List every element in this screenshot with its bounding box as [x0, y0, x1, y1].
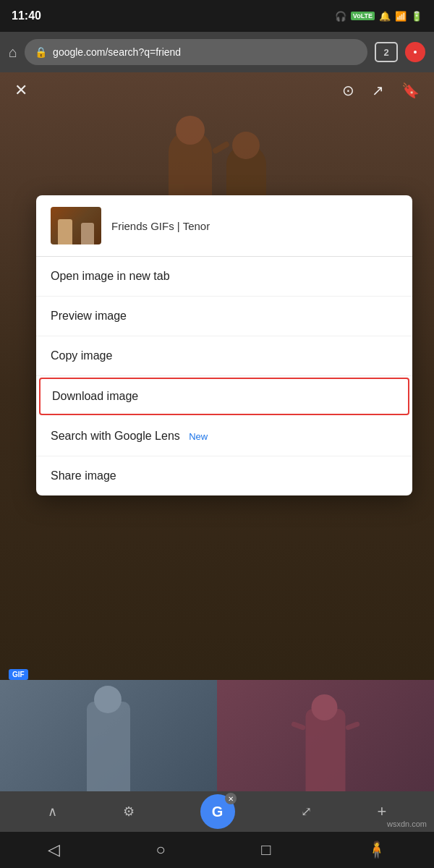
menu-item-share-image[interactable]: Share image — [36, 456, 412, 495]
bottom-image-strip: GIF GIF — [0, 680, 434, 810]
google-button[interactable]: G ✕ — [200, 794, 235, 829]
menu-item-copy-image[interactable]: Copy image — [36, 336, 412, 376]
address-bar: ⌂ 🔒 google.com/search?q=friend 2 — [0, 32, 434, 72]
system-navigation-bar: ◁ ○ □ 🧍 — [0, 832, 434, 868]
menu-item-open-new-tab[interactable]: Open image in new tab — [36, 257, 412, 297]
context-menu-header: Friends GIFs | Tenor — [36, 195, 412, 257]
watermark: wsxdn.com — [387, 820, 427, 828]
menu-item-copy-image-label: Copy image — [51, 349, 112, 362]
menu-item-search-lens[interactable]: Search with Google Lens New — [36, 417, 412, 456]
chevron-up-icon[interactable]: ∧ — [48, 804, 57, 820]
lock-icon: 🔒 — [35, 46, 47, 58]
google-g-letter: G — [212, 804, 224, 820]
menu-item-search-lens-label: Search with Google Lens — [51, 430, 180, 442]
context-menu-source-title: Friends GIFs | Tenor — [111, 220, 210, 232]
menu-item-download-image[interactable]: Download image — [39, 378, 409, 415]
home-button[interactable]: ○ — [156, 841, 166, 859]
status-time: 11:40 — [12, 9, 41, 22]
url-text: google.com/search?q=friend — [53, 46, 181, 58]
menu-item-preview-image-label: Preview image — [51, 310, 127, 322]
menu-item-open-new-tab-label: Open image in new tab — [51, 270, 170, 282]
tab-count-button[interactable]: 2 — [375, 42, 398, 62]
context-menu-thumbnail — [51, 207, 101, 244]
volte-badge: VoLTE — [351, 12, 375, 20]
status-icons: 🎧 VoLTE 🔔 📶 🔋 — [335, 11, 422, 22]
battery-icon: 🔋 — [411, 11, 422, 22]
new-badge: New — [189, 431, 208, 442]
toolbar-right-icons: ⊙ ↗ 🔖 — [342, 82, 420, 99]
notification-icon: 🔔 — [379, 11, 391, 22]
bookmark-icon[interactable]: 🔖 — [401, 82, 420, 99]
signal-icon: 📶 — [395, 11, 407, 22]
apps-icon[interactable]: ⚙ — [123, 804, 135, 820]
menu-dot — [414, 51, 417, 54]
menu-item-download-image-label: Download image — [52, 390, 138, 402]
tab-count-label: 2 — [383, 47, 388, 58]
menu-button[interactable] — [405, 42, 425, 62]
url-box[interactable]: 🔒 google.com/search?q=friend — [25, 39, 367, 65]
bottom-image-left: GIF — [0, 680, 217, 810]
google-button-close[interactable]: ✕ — [225, 793, 237, 804]
status-bar: 11:40 🎧 VoLTE 🔔 📶 🔋 — [0, 0, 434, 32]
gif-badge: GIF — [9, 669, 28, 680]
menu-item-share-image-label: Share image — [51, 469, 116, 482]
share-icon[interactable]: ↗ — [372, 82, 384, 99]
thumb-figure-1 — [58, 219, 72, 244]
menu-item-preview-image[interactable]: Preview image — [36, 297, 412, 336]
back-button[interactable]: ◁ — [48, 841, 60, 859]
recents-button[interactable]: □ — [261, 841, 271, 859]
headphone-icon: 🎧 — [335, 11, 346, 22]
chrome-bottom-bar: ∧ ⚙ G ✕ ⤢ + — [0, 791, 434, 832]
close-icon[interactable]: ✕ — [14, 81, 27, 100]
thumb-figure-2 — [81, 223, 94, 244]
bottom-image-right: GIF — [217, 680, 434, 810]
add-tab-icon[interactable]: + — [378, 802, 387, 821]
accessibility-icon[interactable]: 🧍 — [367, 841, 386, 859]
focus-icon[interactable]: ⊙ — [342, 82, 354, 99]
expand-icon[interactable]: ⤢ — [301, 804, 312, 820]
home-icon[interactable]: ⌂ — [9, 44, 17, 61]
context-menu: Friends GIFs | Tenor Open image in new t… — [36, 195, 412, 495]
